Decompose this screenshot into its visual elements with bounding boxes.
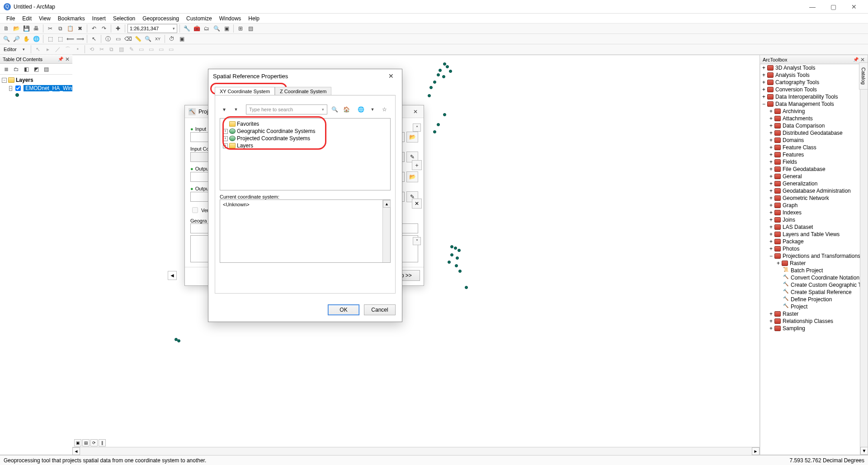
identify-icon[interactable]: ⓘ (104, 34, 113, 43)
copy-icon[interactable]: ⧉ (56, 24, 65, 33)
tab-xy-coordinate-system[interactable]: XY Coordinate System (215, 87, 275, 95)
tbx-photos[interactable]: +Photos (760, 245, 868, 252)
select-features-icon[interactable]: ▭ (113, 34, 123, 43)
srs-find-icon[interactable]: 🔍 (330, 105, 339, 114)
edit-sketch-icon[interactable]: ✎ (127, 45, 136, 54)
tbx-feature-class[interactable]: +Feature Class (760, 144, 868, 151)
collapse-icon[interactable]: − (2, 78, 7, 83)
srs-favorite-icon[interactable]: ☆ (380, 105, 389, 114)
arctoolbox-scrollbar[interactable]: ▲ ▼ (860, 64, 868, 455)
srs-search-input[interactable]: Type here to search ▾ (246, 104, 327, 114)
tbx-archiving[interactable]: +Archiving (760, 108, 868, 115)
tbx-distributed-geodatabase[interactable]: +Distributed Geodatabase (760, 129, 868, 137)
srs-projected[interactable]: + Projected Coordinate Systems (223, 135, 387, 142)
add-icon[interactable]: ＋ (412, 160, 422, 170)
tbx-geometric-network[interactable]: +Geometric Network (760, 195, 868, 202)
tbx-3d-analyst[interactable]: +3D Analyst Tools (760, 64, 868, 71)
catalog-tab[interactable]: Catalog (859, 62, 868, 90)
tbx-file-geodatabase[interactable]: +File Geodatabase (760, 166, 868, 173)
toc-list-by-source-icon[interactable]: 🗀 (12, 65, 21, 74)
scroll-down-icon[interactable]: ▼ (860, 447, 868, 455)
redo-icon[interactable]: ↷ (99, 24, 108, 33)
back-extent-icon[interactable]: ⟸ (66, 34, 75, 43)
edit-more4-icon[interactable]: ▭ (167, 45, 176, 54)
edit-tool-icon[interactable]: ↖ (33, 45, 42, 54)
scroll-right-icon[interactable]: ► (752, 447, 760, 455)
menu-bookmarks[interactable]: Bookmarks (54, 14, 89, 23)
tbx-proj-raster[interactable]: +Raster (760, 260, 868, 267)
edit-arc-icon[interactable]: ⌒ (63, 45, 72, 54)
tbx-fields[interactable]: +Fields (760, 158, 868, 166)
tbx-data-comparison[interactable]: +Data Comparison (760, 122, 868, 129)
python-window-icon[interactable]: ▣ (222, 24, 231, 33)
tbx-data-management[interactable]: −Data Management Tools (760, 100, 868, 108)
srs-globe-icon[interactable]: 🌐 (356, 105, 365, 114)
srs-favorites[interactable]: Favorites (223, 120, 387, 128)
toc-options-icon[interactable]: ▤ (42, 65, 51, 74)
tbx-sampling[interactable]: +Sampling (760, 325, 868, 332)
tbx-analysis[interactable]: +Analysis Tools (760, 71, 868, 79)
srs-layers[interactable]: + Layers (223, 142, 387, 149)
srs-globe-dropdown-icon[interactable]: ▼ (368, 105, 377, 114)
remove-icon[interactable]: ✕ (412, 199, 422, 209)
srs-home-icon[interactable]: 🏠 (342, 105, 351, 114)
add-data-icon[interactable]: ✚ (113, 24, 123, 33)
tbx-joins[interactable]: +Joins (760, 216, 868, 223)
menu-customize[interactable]: Customize (183, 14, 216, 23)
tbx-general[interactable]: +General (760, 173, 868, 180)
fixed-zoom-in-icon[interactable]: ⬚ (46, 34, 55, 43)
edit-more3-icon[interactable]: ▭ (157, 45, 166, 54)
srs-dialog-close-icon[interactable]: ✕ (385, 71, 397, 81)
map-view[interactable]: ▣ ▤ ⟳ ‖ ◄ ► 🔨 Proje ✕ Input Da 📂 (72, 55, 760, 455)
paste-icon[interactable]: 📋 (66, 24, 75, 33)
tool-create-spatial-ref[interactable]: Create Spatial Reference (760, 289, 868, 296)
srs-geographic[interactable]: + Geographic Coordinate Systems (223, 128, 387, 135)
data-view-icon[interactable]: ▣ (74, 439, 81, 446)
clear-selection-icon[interactable]: ⌫ (123, 34, 132, 43)
pin-icon[interactable]: 📌 (853, 57, 859, 62)
measure-icon[interactable]: 📏 (133, 34, 142, 43)
edit-point-icon[interactable]: • (73, 45, 82, 54)
edit-more1-icon[interactable]: ▭ (137, 45, 146, 54)
pause-icon[interactable]: ‖ (99, 439, 106, 446)
tool-create-custom-geo[interactable]: Create Custom Geographic Tr (760, 281, 868, 289)
tbx-generalization[interactable]: +Generalization (760, 180, 868, 187)
minimize-button[interactable]: — (802, 0, 823, 14)
tbx-graph[interactable]: +Graph (760, 202, 868, 209)
expand-icon[interactable]: + (223, 143, 228, 148)
fixed-zoom-out-icon[interactable]: ⬚ (56, 34, 65, 43)
catalog-window-icon[interactable]: 🗂 (202, 24, 211, 33)
toc-list-by-selection-icon[interactable]: ◩ (32, 65, 41, 74)
expand-icon[interactable]: + (223, 129, 228, 134)
tab-z-coordinate-system[interactable]: Z Coordinate System (275, 87, 331, 95)
tbx-cartography[interactable]: +Cartography Tools (760, 79, 868, 86)
print-icon[interactable]: 🖶 (32, 24, 41, 33)
tool-convert-coord[interactable]: Convert Coordinate Notation (760, 274, 868, 281)
menu-view[interactable]: View (35, 14, 54, 23)
viewer-window-icon[interactable]: ▣ (177, 34, 186, 43)
open-icon[interactable]: 📂 (12, 24, 21, 33)
time-slider-icon[interactable]: ⏱ (167, 34, 176, 43)
project-dialog-close-icon[interactable]: ✕ (411, 107, 420, 116)
menu-insert[interactable]: Insert (89, 14, 109, 23)
delete-icon[interactable]: ✖ (75, 24, 85, 33)
list-down-icon[interactable]: ˅ (413, 237, 421, 245)
undo-icon[interactable]: ↶ (90, 24, 99, 33)
filter-dropdown-icon[interactable]: ▼ (231, 105, 241, 114)
tool-define-projection[interactable]: Define Projection (760, 296, 868, 303)
tbx-package[interactable]: +Package (760, 238, 868, 245)
maximize-button[interactable]: ▢ (823, 0, 844, 14)
tool-project[interactable]: Project (760, 303, 868, 310)
edit-more2-icon[interactable]: ▭ (147, 45, 156, 54)
forward-extent-icon[interactable]: ⟹ (75, 34, 85, 43)
tbx-projections[interactable]: −Projections and Transformations (760, 252, 868, 260)
tbx-features[interactable]: +Features (760, 151, 868, 158)
close-button[interactable]: ✕ (844, 0, 864, 14)
map-horizontal-scrollbar[interactable]: ◄ ► (72, 447, 760, 455)
find-icon[interactable]: 🔍 (143, 34, 152, 43)
srs-current-scroll-up-icon[interactable]: ▲ (383, 200, 391, 208)
editor-dropdown-icon[interactable]: ▾ (19, 45, 28, 54)
edit-vertex-icon[interactable]: ▸ (43, 45, 52, 54)
toc-layer-row[interactable]: − EMODnet_HA_Wind (2, 84, 71, 93)
tbx-geodatabase-administration[interactable]: +Geodatabase Administration (760, 187, 868, 195)
